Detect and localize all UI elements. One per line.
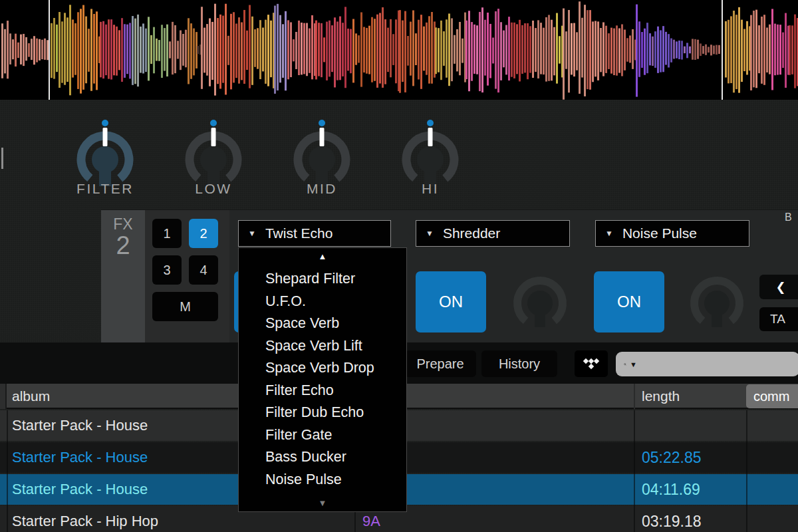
knob-label: FILTER — [59, 181, 152, 197]
fx-depth-knob-3[interactable] — [687, 274, 747, 334]
knob-label: LOW — [167, 181, 260, 197]
fx-slot-button-1[interactable]: 1 — [152, 219, 182, 248]
fx-effect-select-3[interactable]: ▼ Noise Pulse — [595, 220, 749, 247]
search-options-icon: ▼ — [630, 360, 637, 368]
prepare-button[interactable]: Prepare — [404, 350, 476, 377]
track-waveform[interactable] — [0, 0, 798, 100]
knob-icon — [397, 128, 464, 188]
knob-label: HI — [384, 181, 477, 197]
search-input[interactable] — [642, 356, 798, 372]
history-label: History — [499, 356, 540, 372]
fx-panel: FX 2 1234M ▼ Twist Echo ▼ Shredder ▼ Noi… — [101, 209, 798, 342]
tap-label: TA — [770, 312, 785, 327]
eq-knob-hi[interactable]: HI — [384, 117, 477, 203]
column-divider — [746, 410, 747, 532]
knob-label: MID — [275, 181, 368, 197]
eq-knob-mid[interactable]: MID — [275, 117, 368, 203]
fx-menu-item[interactable]: Space Verb Lift — [239, 335, 406, 358]
fx-slot-button-2[interactable]: 2 — [189, 219, 218, 248]
fx-on-button-2[interactable]: ON — [416, 271, 486, 332]
knob-icon — [289, 128, 355, 188]
cell-album: Starter Pack - House — [12, 442, 148, 473]
fx-effect-select-1[interactable]: ▼ Twist Echo — [238, 220, 391, 247]
knob-icon — [180, 128, 247, 188]
fx-on-label: ON — [617, 293, 641, 311]
tidal-icon — [581, 357, 601, 370]
knob-indicator-dot — [102, 120, 108, 126]
fx-depth-knob-2[interactable] — [510, 274, 570, 334]
cell-album: Starter Pack - House — [12, 410, 148, 441]
fx-menu-item[interactable]: Filter Gate — [239, 424, 406, 447]
knob-icon — [72, 128, 138, 188]
fx-unit-label: FX — [101, 215, 145, 233]
chevron-down-icon: ▼ — [426, 229, 434, 238]
fx-effect-select-2[interactable]: ▼ Shredder — [416, 220, 570, 247]
fx-effect-select-1-value: Twist Echo — [265, 225, 333, 241]
fx-menu-item[interactable]: Space Verb — [239, 313, 406, 335]
cell-album: Starter Pack - Hip Hop — [12, 506, 158, 532]
column-header-album[interactable]: album — [12, 384, 50, 409]
tidal-button[interactable] — [575, 350, 608, 377]
eq-knob-low[interactable]: LOW — [167, 117, 260, 203]
fx-menu-item[interactable]: U.F.O. — [239, 291, 406, 313]
fx-effect-dropdown-menu: ▲ Shepard FilterU.F.O.Space VerbSpace Ve… — [238, 247, 407, 512]
knob-indicator-dot — [210, 120, 217, 126]
menu-scroll-up-icon[interactable]: ▲ — [239, 251, 406, 261]
fx-menu-item[interactable]: Bass Ducker — [239, 446, 406, 469]
chevron-left-icon: ❮ — [775, 280, 785, 295]
eq-knob-filter[interactable]: FILTER — [59, 117, 152, 203]
chevron-down-icon: ▼ — [248, 229, 256, 238]
fx-menu-item[interactable]: Filter Dub Echo — [239, 402, 406, 424]
cell-length: 04:11.69 — [642, 474, 700, 505]
fx-unit-badge: FX 2 — [101, 210, 145, 343]
fx-on-button-3[interactable]: ON — [594, 271, 664, 332]
column-header-length[interactable]: length — [642, 384, 680, 409]
edge-fader-fragment — [1, 148, 3, 169]
history-button[interactable]: History — [481, 350, 557, 377]
fx-unit-number: 2 — [101, 231, 145, 260]
fx-on-label: ON — [439, 293, 463, 311]
fx-menu-item[interactable]: Filter Echo — [239, 380, 406, 402]
menu-scroll-down-icon[interactable]: ▼ — [239, 498, 406, 508]
column-divider[interactable] — [634, 384, 635, 409]
fx-effect-select-2-value: Shredder — [443, 225, 500, 241]
knob-indicator-dot — [319, 120, 325, 126]
serato-dj-window: FILTERLOWMIDHI FX 2 1234M ▼ Twist Echo ▼… — [0, 0, 798, 532]
beats-label-fragment: B — [785, 211, 792, 223]
chevron-down-icon: ▼ — [605, 229, 613, 238]
knob-indicator-dot — [427, 120, 434, 126]
column-header-comment[interactable]: comm — [746, 384, 798, 408]
column-divider — [634, 410, 635, 532]
fx-menu-item[interactable]: Space Verb Drop — [239, 357, 406, 380]
fx-effect-select-3-value: Noise Pulse — [622, 225, 697, 241]
cell-album: Starter Pack - House — [12, 474, 148, 505]
cell-length: 03:19.18 — [642, 506, 702, 532]
column-divider — [7, 410, 8, 532]
search-field[interactable]: ▼ — [616, 352, 798, 376]
search-icon — [624, 358, 626, 371]
prepare-label: Prepare — [416, 356, 464, 372]
tap-tempo-button[interactable]: TA — [759, 307, 798, 331]
cell-length: 05:22.85 — [642, 442, 702, 473]
fx-menu-item[interactable]: Shepard Filter — [239, 268, 406, 291]
fx-slot-button-m[interactable]: M — [152, 292, 218, 321]
row-status-column-header — [0, 384, 7, 409]
fx-slot-button-3[interactable]: 3 — [152, 255, 182, 285]
fx-collapse-button[interactable]: ❮ — [759, 275, 798, 299]
fx-slot-button-4[interactable]: 4 — [189, 255, 218, 285]
fx-menu-item[interactable]: Noise Pulse — [239, 469, 406, 491]
